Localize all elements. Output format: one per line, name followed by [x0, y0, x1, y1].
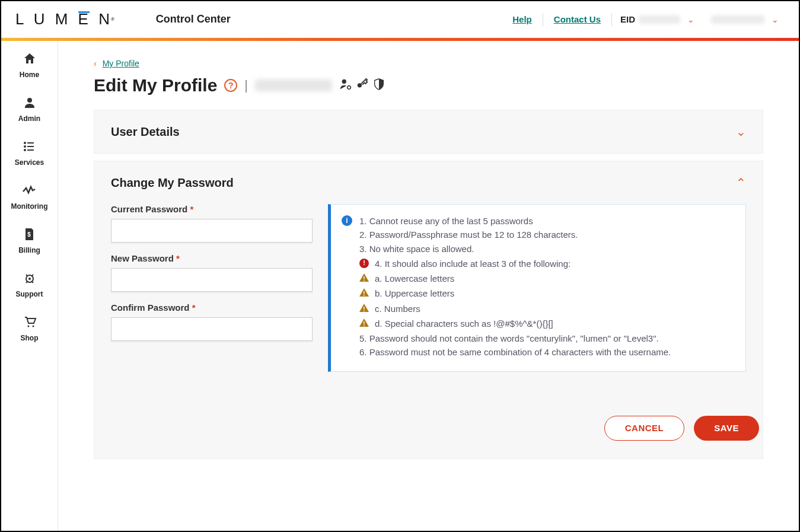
eid-value-redacted: [639, 15, 680, 24]
info-icon: i: [342, 215, 352, 226]
user-details-header[interactable]: User Details ⌄: [94, 110, 763, 153]
cancel-button[interactable]: CANCEL: [604, 416, 685, 441]
svg-rect-2: [27, 142, 34, 144]
home-icon: [23, 52, 37, 68]
sidebar-item-label: Billing: [18, 246, 40, 254]
user-dropdown[interactable]: ⌄: [703, 15, 787, 24]
contact-link[interactable]: Contact Us: [543, 14, 611, 24]
svg-rect-4: [27, 146, 34, 147]
eid-label: EID: [620, 14, 635, 24]
change-password-panel: Change My Password ⌃ Current Password * …: [94, 161, 763, 459]
help-icon[interactable]: ?: [224, 79, 237, 92]
chevron-down-icon: ⌄: [772, 15, 779, 24]
confirm-password-input[interactable]: [111, 317, 313, 341]
page-title-row: Edit My Profile ? |: [94, 75, 763, 95]
svg-text:$: $: [28, 231, 31, 238]
svg-point-13: [348, 86, 351, 90]
password-rules-box: i 1. Cannot reuse any of the last 5 pass…: [328, 204, 746, 372]
warning-icon: [359, 318, 369, 327]
top-right: Help Contact Us EID ⌄ ⌄: [502, 13, 787, 26]
new-password-label: New Password *: [111, 253, 313, 263]
page-title: Edit My Profile: [94, 75, 217, 95]
sidebar: Home Admin Services Monitoring $ Billing: [1, 41, 58, 531]
change-password-header[interactable]: Change My Password ⌃: [94, 161, 763, 204]
rule-text: 1. Cannot reuse any of the last 5 passwo…: [359, 214, 671, 228]
chevron-up-icon: ⌃: [736, 176, 746, 190]
new-password-input[interactable]: [111, 268, 313, 292]
user-details-panel: User Details ⌄: [94, 110, 763, 154]
error-icon: !: [359, 259, 369, 268]
sidebar-item-shop[interactable]: Shop: [21, 315, 39, 342]
sidebar-item-label: Shop: [21, 334, 39, 342]
eid-dropdown[interactable]: EID ⌄: [612, 14, 703, 24]
svg-point-14: [358, 83, 362, 87]
rule-text: 6. Password must not be same combination…: [359, 345, 671, 359]
rule-text: 3. No white space is allowed.: [359, 242, 671, 256]
brand-logo[interactable]: L U M E N®: [15, 10, 114, 28]
separator: |: [244, 78, 248, 93]
form-actions: CANCEL SAVE: [94, 416, 763, 458]
sidebar-item-label: Home: [20, 71, 39, 79]
profile-name-redacted: [255, 79, 332, 91]
monitoring-icon: [22, 183, 36, 200]
rule-text: c. Numbers: [375, 302, 420, 316]
svg-point-11: [32, 326, 34, 327]
panel-title: Change My Password: [111, 176, 234, 190]
sidebar-item-label: Monitoring: [11, 202, 48, 211]
svg-point-3: [24, 145, 26, 148]
rule-text: 2. Password/Passphrase must be 12 to 128…: [359, 228, 671, 241]
main-content: ‹ My Profile Edit My Profile ? |: [58, 41, 799, 531]
confirm-password-label: Confirm Password *: [111, 302, 313, 313]
password-rules-list: 1. Cannot reuse any of the last 5 passwo…: [359, 214, 671, 359]
shield-icon[interactable]: [372, 78, 385, 93]
rule-text: a. Lowercase letters: [375, 272, 454, 285]
svg-rect-6: [27, 149, 34, 151]
chevron-down-icon: ⌄: [736, 125, 746, 139]
key-icon[interactable]: [356, 78, 369, 93]
sidebar-item-label: Services: [15, 158, 44, 167]
svg-point-10: [27, 326, 29, 327]
svg-point-12: [342, 79, 346, 84]
panel-title: User Details: [111, 125, 180, 139]
breadcrumb: ‹ My Profile: [94, 59, 763, 68]
chevron-down-icon: ⌄: [687, 15, 694, 24]
user-settings-icon[interactable]: [339, 78, 352, 93]
sidebar-item-admin[interactable]: Admin: [18, 95, 40, 123]
billing-icon: $: [22, 227, 36, 244]
top-bar: L U M E N® Control Center Help Contact U…: [1, 1, 799, 38]
rule-text: 5. Password should not contain the words…: [359, 332, 671, 345]
shop-icon: [23, 315, 37, 332]
sidebar-item-label: Admin: [18, 114, 40, 123]
services-icon: [22, 139, 36, 156]
sidebar-item-label: Support: [16, 290, 43, 298]
rule-text: b. Uppercase letters: [375, 286, 454, 300]
svg-point-9: [28, 278, 31, 280]
sidebar-item-billing[interactable]: $ Billing: [18, 227, 40, 254]
breadcrumb-link[interactable]: My Profile: [103, 59, 139, 68]
sidebar-item-services[interactable]: Services: [15, 139, 44, 167]
warning-icon: [359, 273, 369, 282]
sidebar-item-support[interactable]: Support: [16, 271, 43, 298]
chevron-left-icon[interactable]: ‹: [94, 59, 97, 68]
save-button[interactable]: SAVE: [694, 416, 759, 441]
help-link[interactable]: Help: [502, 14, 543, 24]
username-redacted: [711, 15, 764, 24]
current-password-label: Current Password *: [111, 204, 313, 214]
rule-text: d. Special characters such as !@#$%^&*()…: [375, 317, 553, 330]
rule-text: 4. It should also include at least 3 of …: [375, 257, 570, 270]
current-password-input[interactable]: [111, 219, 313, 243]
svg-point-1: [24, 142, 26, 144]
password-form: Current Password * New Password *: [111, 204, 313, 352]
sidebar-item-monitoring[interactable]: Monitoring: [11, 183, 48, 211]
svg-point-5: [24, 149, 26, 151]
sidebar-item-home[interactable]: Home: [20, 52, 39, 79]
app-title: Control Center: [156, 13, 231, 26]
warning-icon: [359, 288, 369, 297]
change-password-body: Current Password * New Password *: [94, 204, 763, 388]
support-icon: [23, 271, 37, 288]
svg-point-0: [27, 98, 32, 103]
warning-icon: [359, 304, 369, 312]
admin-icon: [23, 95, 37, 112]
